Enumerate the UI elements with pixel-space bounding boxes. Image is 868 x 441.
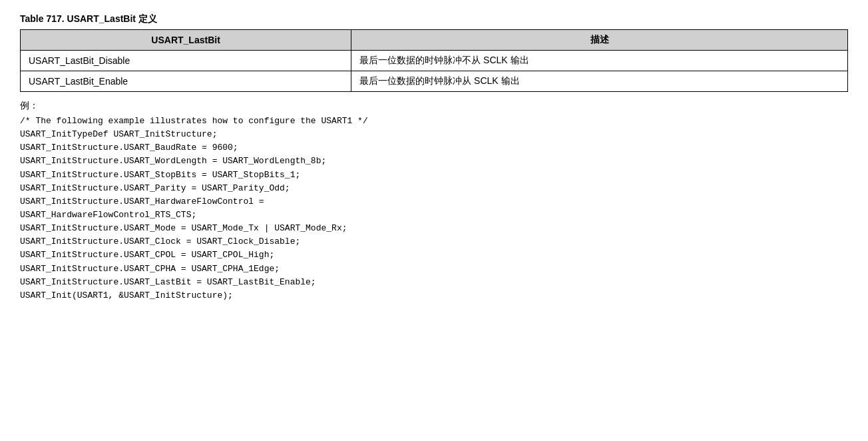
code-line: USART_InitStructure.USART_CPOL = USART_C…	[20, 248, 848, 262]
example-label: 例：	[20, 100, 848, 112]
table-row: USART_LastBit_Enable最后一位数据的时钟脉冲从 SCLK 输出	[21, 71, 848, 92]
code-line: USART_InitStructure.USART_Mode = USART_M…	[20, 222, 848, 235]
code-block: /* The following example illustrates how…	[20, 115, 848, 302]
cell-lastbit-1: USART_LastBit_Enable	[21, 71, 351, 92]
cell-description-0: 最后一位数据的时钟脉冲不从 SCLK 输出	[351, 51, 848, 71]
code-line: USART_InitStructure.USART_Parity = USART…	[20, 182, 848, 195]
col-header-lastbit: USART_LastBit	[21, 30, 351, 51]
code-line: USART_Init(USART1, &USART_InitStructure)…	[20, 289, 848, 302]
code-line: USART_InitStructure.USART_HardwareFlowCo…	[20, 195, 848, 209]
code-line: USART_InitStructure.USART_LastBit = USAR…	[20, 276, 848, 289]
code-line: USART_InitStructure.USART_BaudRate = 960…	[20, 141, 848, 155]
code-line: USART_InitStructure.USART_Clock = USART_…	[20, 235, 848, 248]
definition-table: USART_LastBit 描述 USART_LastBit_Disable最后…	[20, 29, 848, 92]
code-line: USART_InitStructure.USART_WordLength = U…	[20, 155, 848, 168]
code-line: USART_HardwareFlowControl_RTS_CTS;	[20, 209, 848, 222]
table-title: Table 717. USART_LastBit 定义	[20, 13, 848, 25]
cell-description-1: 最后一位数据的时钟脉冲从 SCLK 输出	[351, 71, 848, 92]
code-line: USART_InitStructure.USART_StopBits = USA…	[20, 169, 848, 182]
code-line: /* The following example illustrates how…	[20, 115, 848, 128]
code-line: USART_InitStructure.USART_CPHA = USART_C…	[20, 262, 848, 276]
code-line: USART_InitTypeDef USART_InitStructure;	[20, 128, 848, 141]
cell-lastbit-0: USART_LastBit_Disable	[21, 51, 351, 71]
table-row: USART_LastBit_Disable最后一位数据的时钟脉冲不从 SCLK …	[21, 51, 848, 71]
col-header-description: 描述	[351, 30, 848, 51]
